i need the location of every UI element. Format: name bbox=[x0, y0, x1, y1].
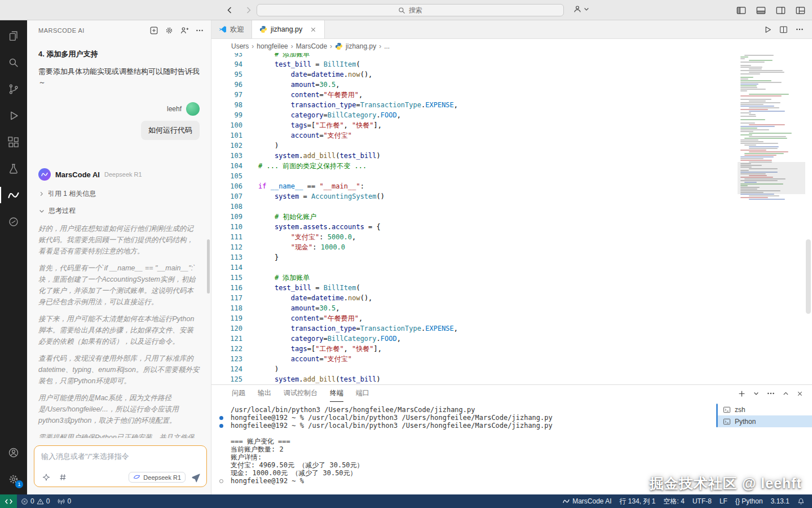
activity-item-extensions[interactable] bbox=[0, 129, 27, 155]
toggle-secondary-sidebar-button[interactable] bbox=[773, 3, 788, 17]
tab-jizhang.py[interactable]: jizhang.py bbox=[252, 20, 325, 38]
terminal-list-item-zsh[interactable]: zsh bbox=[716, 404, 812, 415]
minimap-viewport[interactable] bbox=[738, 162, 805, 194]
code-text: # 添加账单 bbox=[242, 273, 310, 283]
minimap[interactable] bbox=[739, 53, 804, 207]
python-icon bbox=[335, 42, 343, 50]
problems-status[interactable]: 0 0 bbox=[17, 494, 54, 508]
reference-toggle[interactable]: 引用 1 相关信息 bbox=[38, 189, 200, 199]
code-line: 120 transaction_type=TransactionType.EXP… bbox=[211, 323, 738, 334]
thinking-content: 好的，用户现在想知道如何运行他们刚刚生成的记账代码。我需要先回顾一下他们提供的代… bbox=[38, 223, 200, 438]
activity-item-marscode[interactable] bbox=[0, 182, 27, 208]
breadcrumb-item[interactable]: hongfeilee bbox=[257, 42, 288, 50]
nav-forward-button[interactable] bbox=[241, 3, 256, 17]
panel-tab-输出[interactable]: 输出 bbox=[258, 385, 271, 402]
run-icon[interactable] bbox=[764, 25, 772, 34]
language-mode[interactable]: {} Python bbox=[731, 494, 767, 508]
cursor-position[interactable]: 行 134, 列 1 bbox=[616, 494, 660, 508]
breadcrumb-separator: › bbox=[251, 42, 254, 50]
activity-item-python-env[interactable] bbox=[0, 208, 27, 235]
code-text bbox=[242, 202, 258, 212]
code-line: 96 amount=30.5, bbox=[211, 80, 738, 90]
eol[interactable]: LF bbox=[716, 494, 731, 508]
terminal-list-item-python[interactable]: Python bbox=[716, 415, 812, 427]
code-line: 110 system.assets.accounts = { bbox=[211, 222, 738, 232]
remote-icon bbox=[5, 497, 13, 506]
editor-scrollbar[interactable] bbox=[806, 239, 811, 314]
code-text: ) bbox=[242, 364, 279, 374]
remote-indicator[interactable] bbox=[0, 494, 17, 508]
activity-item-explorer[interactable] bbox=[0, 23, 27, 49]
code-editor[interactable]: 93 # 添加账单94 test_bill = BillItem(95 date… bbox=[211, 53, 812, 384]
marscode-icon bbox=[7, 189, 20, 202]
new-chat-icon[interactable] bbox=[149, 26, 158, 35]
run-debug-icon bbox=[7, 110, 20, 122]
line-number: 93 bbox=[211, 53, 242, 59]
terminal-list-scrollbar[interactable] bbox=[716, 404, 718, 427]
indentation[interactable]: 空格: 4 bbox=[660, 494, 689, 508]
panel-tab-终端[interactable]: 终端 bbox=[330, 385, 343, 402]
line-number: 116 bbox=[211, 283, 242, 293]
terminal-line: 当前账户数量: 2 bbox=[219, 445, 716, 453]
thinking-toggle[interactable]: 思考过程 bbox=[38, 206, 200, 216]
customize-layout-button[interactable] bbox=[793, 3, 807, 17]
sidebar-scrollbar[interactable] bbox=[207, 239, 210, 294]
line-number: 97 bbox=[211, 90, 242, 100]
sparkle-icon[interactable] bbox=[42, 473, 51, 482]
code-lines[interactable]: 93 # 添加账单94 test_bill = BillItem(95 date… bbox=[211, 53, 738, 384]
code-text: "支付宝": 5000.0, bbox=[242, 232, 356, 242]
panel-tab-问题[interactable]: 问题 bbox=[232, 385, 245, 402]
breadcrumb-item[interactable]: jizhang.py bbox=[346, 42, 376, 50]
code-text: system.add_bill(test_bill) bbox=[242, 374, 381, 384]
activity-item-run-debug[interactable] bbox=[0, 102, 27, 129]
split-editor-icon[interactable] bbox=[779, 25, 788, 34]
close-tab-icon[interactable] bbox=[310, 26, 317, 33]
code-line: 100 tags=["工作餐", "快餐"], bbox=[211, 120, 738, 130]
breadcrumb-item[interactable]: ... bbox=[384, 42, 390, 50]
code-text: system = AccountingSystem() bbox=[242, 191, 385, 202]
python-interpreter[interactable]: 3.13.1 bbox=[767, 494, 793, 508]
activity-bar: 1 bbox=[0, 20, 27, 494]
ports-status[interactable]: 0 bbox=[54, 494, 75, 508]
breadcrumb-item[interactable]: MarsCode bbox=[296, 42, 327, 50]
activity-item-source-control[interactable] bbox=[0, 76, 27, 102]
sidebar-marscode: MARSCODE AI 4. 添加多用户支持 需要添加具体功能实现或调整结构可以… bbox=[27, 20, 211, 494]
nav-back-button[interactable] bbox=[222, 3, 237, 17]
code-text: account="支付宝" bbox=[242, 354, 352, 364]
close-icon[interactable] bbox=[796, 390, 804, 397]
panel-tabs: 问题输出调试控制台终端端口 bbox=[232, 385, 369, 402]
terminal-output[interactable]: /usr/local/bin/python3 /Users/hongfeilee… bbox=[211, 402, 716, 494]
more-icon[interactable] bbox=[795, 25, 804, 34]
marscode-status[interactable]: MarsCode AI bbox=[558, 494, 615, 508]
model-selector[interactable]: Deepseek R1 bbox=[129, 472, 186, 483]
activity-item-search[interactable] bbox=[0, 49, 27, 76]
toggle-panel-button[interactable] bbox=[753, 3, 768, 17]
panel-tab-端口[interactable]: 端口 bbox=[356, 385, 369, 402]
chevron-down-icon[interactable] bbox=[753, 390, 760, 397]
code-text: account="支付宝" bbox=[242, 130, 352, 141]
settings-small-icon[interactable] bbox=[165, 26, 174, 35]
activity-item-account[interactable] bbox=[0, 439, 27, 466]
activity-item-settings[interactable]: 1 bbox=[0, 466, 27, 492]
titlebar-extra[interactable] bbox=[573, 5, 590, 14]
assistant-name: MarsCode AI bbox=[55, 170, 100, 179]
chevron-up-icon[interactable] bbox=[782, 390, 789, 397]
tab-欢迎[interactable]: 欢迎 bbox=[211, 20, 252, 38]
more-icon[interactable] bbox=[766, 389, 775, 398]
activity-item-testing[interactable] bbox=[0, 155, 27, 182]
breadcrumb-item[interactable]: Users bbox=[231, 42, 249, 50]
person-add-icon[interactable] bbox=[180, 26, 189, 35]
search-box[interactable]: 搜索 bbox=[257, 4, 564, 16]
encoding[interactable]: UTF-8 bbox=[689, 494, 716, 508]
notifications[interactable] bbox=[793, 494, 809, 508]
more-icon[interactable] bbox=[195, 26, 204, 35]
send-icon[interactable] bbox=[191, 472, 201, 483]
hash-icon[interactable] bbox=[59, 473, 67, 481]
profile-menu-icon[interactable] bbox=[573, 5, 582, 14]
panel-tab-调试控制台[interactable]: 调试控制台 bbox=[284, 385, 317, 402]
python-interpreter-label: 3.13.1 bbox=[771, 497, 789, 505]
plus-icon[interactable] bbox=[738, 389, 746, 398]
toggle-sidebar-button[interactable] bbox=[734, 3, 748, 17]
ports-count: 0 bbox=[67, 497, 71, 505]
chat-input[interactable]: 输入消息或者"/"来选择指令 Deepseek R1 bbox=[34, 445, 207, 487]
